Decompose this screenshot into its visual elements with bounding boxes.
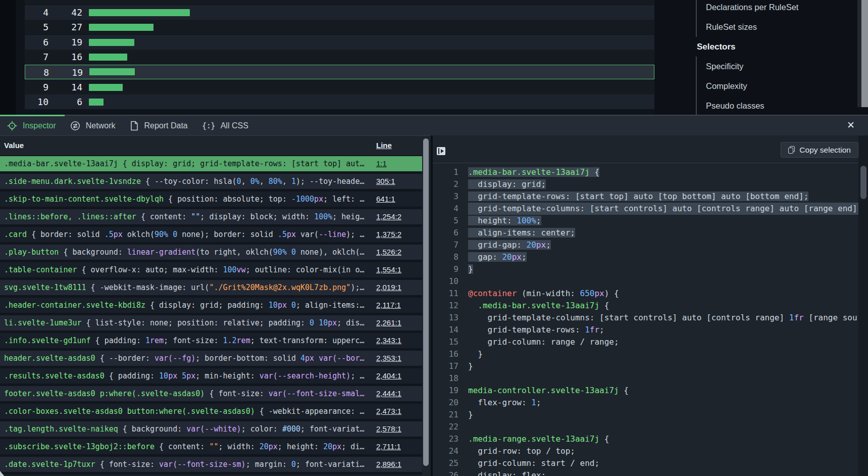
panel-expand-icon[interactable] [437, 147, 445, 155]
table-row[interactable]: footer.svelte-asdas0 p:where(.svelte-asd… [0, 386, 422, 401]
chart-bar [89, 39, 134, 46]
sidebar-item-specificity[interactable]: Specificity [696, 57, 855, 76]
selector-token: header.svelte-asdas0 [4, 354, 95, 363]
line-link[interactable]: 2,343:1 [376, 333, 401, 348]
css-token: 1.2 [223, 336, 237, 345]
sidebar-item-ruleset-sizes[interactable]: RuleSet sizes [696, 17, 855, 37]
sidebar-item-complexity[interactable]: Complexity [696, 76, 855, 96]
line-link[interactable]: 641:1 [376, 192, 395, 207]
css-token [468, 301, 478, 310]
css-token: var(--white) [186, 424, 241, 434]
css-token [177, 371, 182, 380]
line-number: 24 [433, 445, 468, 457]
page-scrollbar[interactable] [857, 0, 868, 107]
table-row[interactable]: .media-bar.svelte-13aai7j { display: gri… [0, 156, 422, 171]
line-link[interactable]: 2,444:1 [376, 386, 401, 401]
chart-row[interactable]: 106 [25, 94, 654, 109]
css-token: px [594, 289, 604, 298]
line-link[interactable]: 2,117:1 [376, 298, 401, 313]
css-token: { -webkit-mask-image: url( [86, 283, 210, 292]
css-token: fr [794, 313, 803, 322]
chart-row-count: 42 [48, 5, 82, 20]
line-link[interactable]: 1,554:1 [376, 262, 401, 277]
css-token: );… [350, 283, 364, 292]
chart-row[interactable]: 619 [25, 35, 654, 50]
css-token: grid-column: start / end; [468, 458, 599, 468]
line-column-header[interactable]: Line [376, 136, 392, 155]
line-link[interactable]: 1,254:2 [376, 209, 401, 224]
table-row[interactable]: .subscribe.svelte-13gboj2::before { cont… [0, 439, 422, 454]
sidebar-item-pseudo-classes[interactable]: Pseudo classes [696, 96, 855, 115]
table-row[interactable]: header.svelte-asdas0 { --border: var(--f… [0, 351, 422, 366]
css-token: #000 [282, 424, 300, 434]
tab-inspector[interactable]: Inspector [7, 121, 56, 131]
table-row[interactable]: .card { border: solid .5px oklch(90% 0 n… [0, 227, 422, 242]
line-number: 5 [433, 215, 468, 227]
selector-token: .side-menu.dark.svelte-1vsndze [4, 177, 141, 186]
code-line: 22 [433, 421, 468, 433]
line-link[interactable]: 2,578:1 [376, 421, 401, 437]
css-token: 1 [585, 325, 590, 335]
table-scrollbar-thumb[interactable] [423, 138, 429, 466]
table-row[interactable]: li.svelte-1ume3ur { list-style: none; po… [0, 315, 422, 330]
line-link[interactable]: 1:1 [376, 156, 387, 171]
line-link[interactable]: 1,375:2 [376, 227, 401, 242]
css-token: 0% [250, 177, 260, 186]
tab-label: Inspector [23, 121, 56, 130]
rule-value-cell: .date.svelte-1p7tuxr { font-size: var(--… [4, 457, 373, 472]
page-left-gutter [0, 0, 16, 115]
rule-value-cell: footer.svelte-asdas0 p:where(.svelte-asd… [4, 386, 373, 401]
selection-highlight: align-items: center; [468, 228, 575, 237]
css-token: ; di… [341, 442, 364, 451]
table-row[interactable]: .tag.length.svelte-naikeq { background: … [0, 421, 422, 437]
chart-row[interactable]: 716 [25, 50, 654, 64]
line-link[interactable]: 2,896:1 [376, 457, 401, 472]
copy-selection-button[interactable]: Copy selection [781, 142, 858, 158]
table-row[interactable]: .side-menu.dark.svelte-1vsndze { --toy-c… [0, 174, 422, 189]
table-row[interactable]: .info.svelte-gd1unf { padding: 1rem; fon… [0, 333, 422, 348]
table-row[interactable]: svg.svelte-1tw8111 { -webkit-mask-image:… [0, 280, 422, 295]
line-link[interactable]: 2,261:1 [376, 315, 401, 330]
sidebar-item-declarations-per-ruleset[interactable]: Declarations per RuleSet [696, 0, 855, 17]
code-line: 13 grid-template-columns: [start control… [433, 312, 857, 324]
line-link[interactable]: 2,353:1 [376, 351, 401, 366]
css-token: -1000 [291, 195, 314, 204]
css-token: oklch( [123, 230, 155, 239]
line-link[interactable]: 2,711:1 [376, 439, 401, 454]
table-row[interactable]: .table-container { overflow-x: auto; max… [0, 262, 422, 277]
code-scrollbar-track[interactable] [858, 135, 868, 476]
table-row[interactable]: .header-container.svelte-kbdi8z { displa… [0, 298, 422, 313]
copy-selection-label: Copy selection [799, 146, 851, 155]
table-row[interactable]: .color-boxes.svelte-asdas0 button:where(… [0, 404, 422, 419]
chart-row[interactable]: 819 [25, 65, 654, 79]
page-scrollbar-thumb[interactable] [861, 0, 868, 107]
close-icon[interactable]: ✕ [847, 120, 855, 131]
css-token: px [536, 240, 546, 250]
code-line: 2 display: grid; [433, 178, 546, 191]
ruleset-size-chart: 442527619716819914106 [0, 0, 654, 115]
table-row[interactable]: .play-button { background: linear-gradie… [0, 245, 422, 260]
css-token: align-items: center; [468, 228, 575, 237]
tab-all-css[interactable]: {:}All CSS [202, 121, 248, 130]
tab-label: All CSS [221, 121, 248, 130]
line-link[interactable]: 305:1 [376, 174, 395, 189]
chart-row[interactable]: 914 [25, 80, 654, 94]
line-link[interactable]: 2,473:1 [376, 404, 401, 419]
code-scrollbar-thumb[interactable] [860, 166, 866, 199]
table-row[interactable]: .lines::before, .lines::after { content:… [0, 209, 422, 224]
line-link[interactable]: 1,526:2 [376, 245, 401, 260]
css-token: ; [599, 325, 604, 335]
css-token: none); border: solid [177, 230, 278, 239]
table-row[interactable]: .skip-to-main-content.svelte-dbylqh { po… [0, 192, 422, 207]
css-token: px [278, 301, 287, 310]
chart-row[interactable]: 527 [25, 20, 654, 34]
table-row[interactable]: .date.svelte-1p7tuxr { font-size: var(--… [0, 457, 422, 472]
report-sidebar: Declarations per RuleSetRuleSet sizesSel… [669, 0, 855, 115]
line-link[interactable]: 2,019:1 [376, 280, 401, 295]
line-link[interactable]: 2,404:1 [376, 368, 401, 384]
table-row[interactable]: .results.svelte-asdas0 { padding: 10px 5… [0, 368, 422, 384]
tab-network[interactable]: Network [70, 121, 116, 131]
tab-report-data[interactable]: Report Data [130, 121, 188, 131]
chart-row[interactable]: 442 [25, 5, 654, 20]
css-token: { [604, 301, 609, 310]
